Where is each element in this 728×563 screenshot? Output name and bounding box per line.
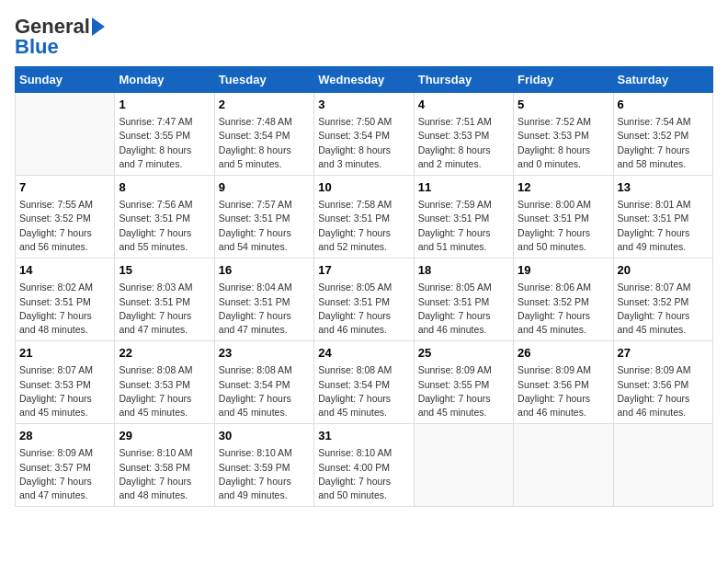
calendar-cell: 28Sunrise: 8:09 AM Sunset: 3:57 PM Dayli… (16, 424, 115, 507)
calendar-cell: 30Sunrise: 8:10 AM Sunset: 3:59 PM Dayli… (214, 424, 313, 507)
calendar-table: SundayMondayTuesdayWednesdayThursdayFrid… (15, 66, 713, 507)
calendar-header: SundayMondayTuesdayWednesdayThursdayFrid… (16, 67, 713, 93)
day-info: Sunrise: 8:10 AM Sunset: 4:00 PM Dayligh… (318, 446, 409, 502)
day-number: 27 (618, 345, 709, 362)
day-info: Sunrise: 7:47 AM Sunset: 3:55 PM Dayligh… (119, 115, 210, 171)
day-info: Sunrise: 7:57 AM Sunset: 3:51 PM Dayligh… (219, 198, 310, 254)
page-header: General Blue (15, 15, 713, 59)
day-info: Sunrise: 8:06 AM Sunset: 3:52 PM Dayligh… (518, 281, 609, 337)
day-number: 10 (318, 179, 409, 196)
day-info: Sunrise: 8:05 AM Sunset: 3:51 PM Dayligh… (418, 281, 509, 337)
day-number: 25 (418, 345, 509, 362)
calendar-week-2: 7Sunrise: 7:55 AM Sunset: 3:52 PM Daylig… (16, 176, 713, 259)
day-number: 3 (318, 97, 409, 113)
logo-triangle-icon (92, 17, 105, 36)
day-info: Sunrise: 7:52 AM Sunset: 3:53 PM Dayligh… (518, 115, 609, 171)
calendar-cell: 29Sunrise: 8:10 AM Sunset: 3:58 PM Dayli… (115, 424, 214, 507)
calendar-cell: 14Sunrise: 8:02 AM Sunset: 3:51 PM Dayli… (16, 259, 115, 341)
calendar-cell (613, 424, 712, 507)
day-info: Sunrise: 7:50 AM Sunset: 3:54 PM Dayligh… (318, 115, 409, 171)
calendar-cell: 20Sunrise: 8:07 AM Sunset: 3:52 PM Dayli… (613, 259, 712, 341)
day-info: Sunrise: 7:51 AM Sunset: 3:53 PM Dayligh… (418, 115, 509, 171)
calendar-cell: 16Sunrise: 8:04 AM Sunset: 3:51 PM Dayli… (214, 259, 313, 341)
calendar-cell: 22Sunrise: 8:08 AM Sunset: 3:53 PM Dayli… (115, 341, 214, 424)
day-info: Sunrise: 8:08 AM Sunset: 3:53 PM Dayligh… (119, 363, 210, 419)
day-number: 23 (219, 345, 310, 362)
day-info: Sunrise: 8:08 AM Sunset: 3:54 PM Dayligh… (318, 363, 409, 419)
day-number: 26 (518, 345, 609, 362)
day-info: Sunrise: 8:05 AM Sunset: 3:51 PM Dayligh… (318, 281, 409, 337)
day-number: 16 (219, 262, 310, 279)
day-number: 19 (518, 262, 609, 279)
weekday-header-friday: Friday (514, 67, 613, 93)
calendar-cell: 17Sunrise: 8:05 AM Sunset: 3:51 PM Dayli… (314, 259, 414, 341)
weekday-header-tuesday: Tuesday (214, 67, 313, 93)
weekday-header-saturday: Saturday (613, 67, 712, 93)
calendar-cell: 15Sunrise: 8:03 AM Sunset: 3:51 PM Dayli… (115, 259, 214, 341)
calendar-cell: 19Sunrise: 8:06 AM Sunset: 3:52 PM Dayli… (514, 259, 613, 341)
day-number: 30 (219, 428, 310, 444)
day-info: Sunrise: 8:09 AM Sunset: 3:57 PM Dayligh… (19, 446, 110, 502)
day-number: 24 (318, 345, 409, 362)
calendar-cell: 3Sunrise: 7:50 AM Sunset: 3:54 PM Daylig… (314, 93, 414, 176)
calendar-week-4: 21Sunrise: 8:07 AM Sunset: 3:53 PM Dayli… (16, 341, 713, 424)
calendar-cell: 5Sunrise: 7:52 AM Sunset: 3:53 PM Daylig… (514, 93, 613, 176)
calendar-cell: 1Sunrise: 7:47 AM Sunset: 3:55 PM Daylig… (115, 93, 214, 176)
day-number: 8 (119, 179, 210, 196)
calendar-cell (16, 93, 115, 176)
day-number: 18 (418, 262, 509, 279)
calendar-cell: 4Sunrise: 7:51 AM Sunset: 3:53 PM Daylig… (414, 93, 513, 176)
day-info: Sunrise: 8:07 AM Sunset: 3:52 PM Dayligh… (618, 281, 709, 337)
day-info: Sunrise: 7:56 AM Sunset: 3:51 PM Dayligh… (119, 198, 210, 254)
day-number: 6 (618, 97, 709, 113)
calendar-cell: 7Sunrise: 7:55 AM Sunset: 3:52 PM Daylig… (16, 176, 115, 259)
weekday-header-thursday: Thursday (414, 67, 513, 93)
day-info: Sunrise: 7:48 AM Sunset: 3:54 PM Dayligh… (219, 115, 310, 171)
day-info: Sunrise: 8:01 AM Sunset: 3:51 PM Dayligh… (618, 198, 709, 254)
day-info: Sunrise: 7:55 AM Sunset: 3:52 PM Dayligh… (19, 198, 110, 254)
calendar-cell (414, 424, 513, 507)
calendar-cell: 13Sunrise: 8:01 AM Sunset: 3:51 PM Dayli… (613, 176, 712, 259)
day-info: Sunrise: 8:02 AM Sunset: 3:51 PM Dayligh… (19, 281, 110, 337)
day-number: 21 (19, 345, 110, 362)
day-number: 31 (318, 428, 409, 444)
day-number: 11 (418, 179, 509, 196)
calendar-cell: 12Sunrise: 8:00 AM Sunset: 3:51 PM Dayli… (514, 176, 613, 259)
day-info: Sunrise: 8:09 AM Sunset: 3:56 PM Dayligh… (518, 363, 609, 419)
weekday-header-wednesday: Wednesday (314, 67, 414, 93)
day-number: 29 (119, 428, 210, 444)
day-info: Sunrise: 7:59 AM Sunset: 3:51 PM Dayligh… (418, 198, 509, 254)
day-number: 20 (618, 262, 709, 279)
calendar-cell: 18Sunrise: 8:05 AM Sunset: 3:51 PM Dayli… (414, 259, 513, 341)
weekday-header-sunday: Sunday (16, 67, 115, 93)
day-info: Sunrise: 8:08 AM Sunset: 3:54 PM Dayligh… (219, 363, 310, 419)
day-number: 12 (518, 179, 609, 196)
day-info: Sunrise: 8:09 AM Sunset: 3:55 PM Dayligh… (418, 363, 509, 419)
day-number: 15 (119, 262, 210, 279)
day-info: Sunrise: 8:10 AM Sunset: 3:58 PM Dayligh… (119, 446, 210, 502)
calendar-cell: 10Sunrise: 7:58 AM Sunset: 3:51 PM Dayli… (314, 176, 414, 259)
calendar-cell: 6Sunrise: 7:54 AM Sunset: 3:52 PM Daylig… (613, 93, 712, 176)
day-number: 9 (219, 179, 310, 196)
calendar-cell: 8Sunrise: 7:56 AM Sunset: 3:51 PM Daylig… (115, 176, 214, 259)
day-number: 14 (19, 262, 110, 279)
calendar-week-5: 28Sunrise: 8:09 AM Sunset: 3:57 PM Dayli… (16, 424, 713, 507)
day-info: Sunrise: 7:54 AM Sunset: 3:52 PM Dayligh… (618, 115, 709, 171)
calendar-week-1: 1Sunrise: 7:47 AM Sunset: 3:55 PM Daylig… (16, 93, 713, 176)
calendar-cell (514, 424, 613, 507)
calendar-cell: 23Sunrise: 8:08 AM Sunset: 3:54 PM Dayli… (214, 341, 313, 424)
calendar-cell: 25Sunrise: 8:09 AM Sunset: 3:55 PM Dayli… (414, 341, 513, 424)
day-number: 13 (618, 179, 709, 196)
calendar-cell: 2Sunrise: 7:48 AM Sunset: 3:54 PM Daylig… (214, 93, 313, 176)
day-number: 7 (19, 179, 110, 196)
logo-blue: Blue (15, 35, 59, 59)
day-number: 17 (318, 262, 409, 279)
day-info: Sunrise: 7:58 AM Sunset: 3:51 PM Dayligh… (318, 198, 409, 254)
calendar-cell: 27Sunrise: 8:09 AM Sunset: 3:56 PM Dayli… (613, 341, 712, 424)
calendar-cell: 9Sunrise: 7:57 AM Sunset: 3:51 PM Daylig… (214, 176, 313, 259)
calendar-body: 1Sunrise: 7:47 AM Sunset: 3:55 PM Daylig… (16, 93, 713, 507)
day-info: Sunrise: 8:07 AM Sunset: 3:53 PM Dayligh… (19, 363, 110, 419)
day-number: 2 (219, 97, 310, 113)
calendar-week-3: 14Sunrise: 8:02 AM Sunset: 3:51 PM Dayli… (16, 259, 713, 341)
calendar-cell: 26Sunrise: 8:09 AM Sunset: 3:56 PM Dayli… (514, 341, 613, 424)
